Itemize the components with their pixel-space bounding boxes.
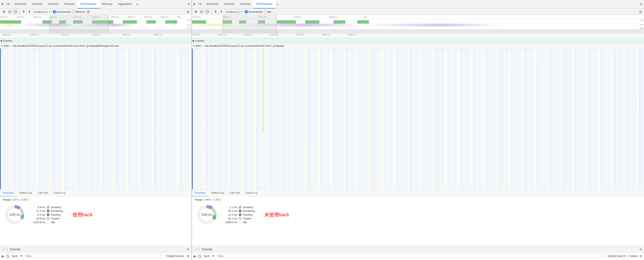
right-fps-bar-8 [357, 20, 369, 23]
tab-elements[interactable]: Elements [12, 0, 29, 8]
right-summary-tabs: Summary Bottom-Up Call Tree Event Log [192, 189, 644, 196]
legend-scripting: 0.9 ms Scripting [31, 206, 63, 209]
right-frames-row[interactable]: ▶ Frames [192, 38, 644, 43]
right-tab-overflow[interactable]: » [275, 0, 280, 8]
right-record-btn[interactable] [194, 10, 198, 14]
right-more-options-icon[interactable]: ⋮ [634, 2, 638, 6]
clear-btn[interactable]: 🚫 [13, 10, 18, 14]
right-hidden-count: 1 hidden [628, 255, 638, 258]
tab-performance[interactable]: Performance [78, 0, 100, 8]
right-default-levels-select[interactable]: Default levels ▾ [607, 254, 626, 258]
block-btn[interactable]: 🚫 [6, 254, 10, 258]
right-tab-sources[interactable]: Sources [237, 0, 253, 8]
left-frames-row[interactable]: ▶ Frames [0, 38, 192, 43]
summary-tab-event-log[interactable]: Event Log [51, 190, 68, 197]
fps-bar-4 [73, 20, 82, 23]
memory-checkbox[interactable]: Memory [72, 10, 85, 13]
close-devtools-btn[interactable]: ✕ [187, 2, 190, 6]
fps-row: FPS [0, 19, 192, 23]
fps-bar-6 [123, 20, 137, 23]
right-console-close-btn[interactable]: ✕ [639, 248, 642, 251]
right-download-btn[interactable]: ⬇ [219, 10, 223, 14]
reload-record-btn[interactable] [8, 10, 12, 14]
right-fps-bar-3 [239, 20, 246, 23]
tab-sources[interactable]: Sources [45, 0, 62, 8]
net-row: NET [0, 27, 192, 29]
right-flame-bars[interactable] [192, 49, 644, 189]
right-tab-elements[interactable]: Elements [204, 0, 221, 8]
right-console-toolbar: ▶ 🚫 top ▾ 👁 Default levels ▾ 1 hidden ⚙ [192, 253, 644, 259]
profile-select[interactable]: localhost #1 ▾ [33, 10, 52, 14]
right-summary-tab-event-log[interactable]: Event Log [243, 190, 260, 197]
more-options-icon[interactable]: ⋮ [182, 2, 185, 6]
left-flame-chart-area: 1800 ms 2000 ms 2200 ms 2400 ms 2600 ms … [0, 33, 192, 189]
right-top-select[interactable]: top ▾ [203, 254, 210, 258]
right-eye-icon[interactable]: 👁 [212, 254, 215, 258]
right-cursor-icon[interactable] [193, 2, 197, 6]
right-tab-console[interactable]: Console [221, 0, 237, 8]
upload-btn[interactable]: ⬆ [22, 10, 26, 14]
console-close-btn[interactable]: ✕ [187, 248, 190, 251]
download-btn[interactable]: ⬇ [27, 10, 32, 14]
left-summary-content: 1206 ms 0.9 ms Scripting 17.2 ms Renderi… [3, 203, 188, 227]
right-tab-performance[interactable]: Performance [253, 0, 275, 8]
tab-network[interactable]: Network [62, 0, 78, 8]
trash-btn[interactable]: 🗑 [87, 10, 90, 13]
right-console-settings-btn[interactable]: ⚙ [639, 254, 642, 258]
right-toolbar: 🚫 ⬆ ⬇ localhost #1 ▾ Screenshots Me ⚙ [192, 8, 644, 15]
left-flame-bars[interactable]: // We'll generate bars via CSS backgroun… [0, 49, 192, 189]
summary-tab-summary[interactable]: Summary [0, 190, 17, 197]
settings-btn[interactable]: ⚙ [186, 10, 190, 14]
right-device-icon[interactable] [198, 2, 202, 6]
tab-application[interactable]: Application [115, 0, 135, 8]
right-main-triangle: ▼ [193, 45, 195, 47]
right-fps-bar-4 [258, 20, 265, 23]
tab-overflow[interactable]: » [135, 0, 140, 8]
cursor-icon[interactable] [1, 2, 5, 6]
eye-icon[interactable]: 👁 [20, 254, 23, 258]
right-summary-tab-call-tree[interactable]: Call Tree [227, 190, 243, 197]
filter-input[interactable] [24, 254, 164, 258]
cpu-row: CPU [0, 23, 192, 27]
right-screenshots-checkbox[interactable]: Screenshots [245, 10, 263, 13]
left-main-thread-row[interactable]: ▼ Main — http://localhost:63342/es-basic… [0, 43, 192, 49]
right-summary-content: 1344 ms 1.1 ms Scripting 20.1 ms Renderi… [195, 203, 641, 227]
right-summary-tab-bottom-up[interactable]: Bottom-Up [209, 190, 227, 197]
right-close-devtools-btn[interactable]: ✕ [639, 2, 643, 6]
right-tab-bar-right: ⋮ ✕ [634, 2, 643, 6]
left-flame-container: // We'll generate bars via CSS backgroun… [0, 49, 192, 189]
svg-point-7 [195, 11, 197, 13]
screenshots-checkbox[interactable]: Screenshots [53, 10, 71, 13]
right-timeline-overview[interactable]: 1000 ms 2000 ms 3000 ms 4000 ms 5000 ms … [192, 15, 644, 33]
play-btn[interactable]: ▶ [2, 254, 4, 258]
device-icon[interactable] [6, 2, 10, 6]
right-play-btn[interactable]: ▶ [194, 254, 196, 258]
right-settings-btn[interactable]: ⚙ [639, 10, 642, 14]
frames-triangle: ▶ [1, 40, 2, 42]
right-summary-panel: Range: 1.44 s – 2.79 s 1344 ms [192, 196, 644, 246]
right-block-btn[interactable]: 🚫 [198, 254, 201, 258]
summary-tab-bottom-up[interactable]: Bottom-Up [17, 190, 35, 197]
right-summary-tab-summary[interactable]: Summary [192, 190, 209, 197]
right-tab-bar-icons [193, 2, 202, 6]
right-profile-select[interactable]: localhost #1 ▾ [225, 10, 244, 14]
console-settings-btn[interactable]: ⚙ [187, 254, 190, 258]
right-idle-color [239, 221, 242, 224]
tab-console[interactable]: Console [29, 0, 45, 8]
tab-memory[interactable]: Memory [100, 0, 115, 8]
right-main-thread-row[interactable]: ▼ Main — http://localhost:63342/es-basic… [192, 43, 644, 49]
left-pie-chart: 1206 ms [3, 203, 26, 227]
default-levels-select[interactable]: Default levels ▾ [166, 254, 185, 258]
left-timeline-overview[interactable]: 500 ms 1000 ms 1500 ms 000 ms 2500 ms 30… [0, 15, 192, 33]
summary-tab-call-tree[interactable]: Call Tree [35, 190, 51, 197]
right-clear-btn[interactable]: 🚫 [205, 10, 210, 14]
right-fps-bar-2 [222, 20, 232, 23]
record-btn[interactable] [2, 10, 6, 14]
right-filter-input[interactable] [216, 254, 605, 258]
right-memory-checkbox[interactable]: Me [264, 10, 271, 13]
right-reload-record-btn[interactable] [200, 10, 204, 14]
right-upload-btn[interactable]: ⬆ [214, 10, 218, 14]
right-net-label: NET [640, 27, 644, 29]
left-toolbar: 🚫 ⬆ ⬇ localhost #1 ▾ Screenshots Memory … [0, 8, 192, 15]
top-select[interactable]: top ▾ [11, 254, 19, 258]
